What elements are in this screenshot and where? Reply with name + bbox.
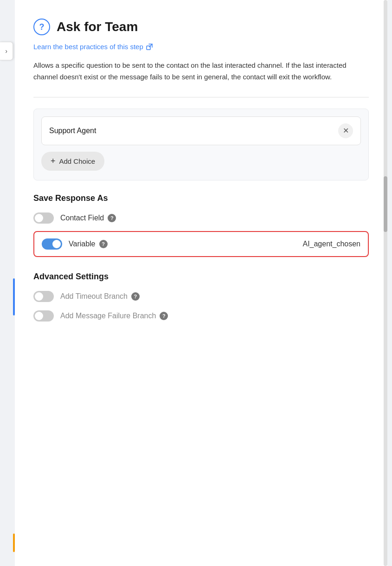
- description-text: Allows a specific question to be sent to…: [33, 60, 369, 83]
- save-response-section: Save Response As Contact Field ?: [33, 193, 369, 257]
- page-title: Ask for Team: [57, 19, 138, 34]
- message-failure-help-icon[interactable]: ?: [160, 312, 168, 320]
- learn-link[interactable]: Learn the best practices of this step: [33, 43, 369, 51]
- chevron-right-icon: ›: [5, 47, 7, 55]
- variable-row: Variable ? AI_agent_chosen: [33, 231, 369, 257]
- choice-item-label: Support Agent: [49, 127, 96, 135]
- contact-field-toggle[interactable]: [33, 212, 54, 224]
- scrollbar-track[interactable]: [384, 0, 387, 566]
- variable-slider: [42, 238, 62, 250]
- variable-label-text: Variable: [69, 240, 96, 248]
- external-link-icon: [146, 44, 153, 50]
- help-circle-text: ?: [39, 22, 45, 32]
- timeout-branch-row: Add Timeout Branch ?: [33, 291, 369, 302]
- save-response-title: Save Response As: [33, 193, 369, 203]
- divider: [33, 97, 369, 97]
- timeout-slider: [33, 291, 54, 302]
- variable-help-icon[interactable]: ?: [99, 240, 108, 248]
- variable-value: AI_agent_chosen: [302, 240, 360, 248]
- variable-toggle[interactable]: [42, 238, 62, 250]
- remove-choice-button[interactable]: ✕: [338, 123, 353, 138]
- add-choice-button[interactable]: + Add Choice: [41, 152, 104, 171]
- contact-field-help-icon[interactable]: ?: [108, 214, 116, 222]
- contact-field-label-text: Contact Field: [60, 214, 104, 222]
- message-failure-slider: [33, 310, 54, 322]
- help-circle-icon[interactable]: ?: [33, 19, 50, 35]
- choice-section: Support Agent ✕ + Add Choice: [33, 109, 369, 180]
- variable-label: Variable ?: [69, 240, 108, 248]
- close-icon: ✕: [343, 126, 349, 135]
- contact-field-label: Contact Field ?: [60, 214, 116, 222]
- choice-item: Support Agent ✕: [41, 116, 361, 145]
- contact-field-row: Contact Field ?: [33, 212, 369, 224]
- page-header: ? Ask for Team: [33, 19, 369, 35]
- add-choice-label: Add Choice: [59, 157, 96, 165]
- contact-field-slider: [33, 212, 54, 224]
- scrollbar-thumb[interactable]: [384, 176, 387, 232]
- learn-link-text: Learn the best practices of this step: [33, 43, 143, 51]
- message-failure-label: Add Message Failure Branch ?: [60, 312, 168, 320]
- sidebar-toggle-button[interactable]: ›: [0, 42, 13, 60]
- plus-icon: +: [51, 156, 56, 166]
- timeout-help-icon[interactable]: ?: [131, 292, 140, 301]
- advanced-settings-title: Advanced Settings: [33, 272, 369, 282]
- message-failure-toggle[interactable]: [33, 310, 54, 322]
- timeout-toggle[interactable]: [33, 291, 54, 302]
- advanced-settings-section: Advanced Settings Add Timeout Branch ?: [33, 272, 369, 322]
- timeout-label: Add Timeout Branch ?: [60, 292, 140, 301]
- timeout-label-text: Add Timeout Branch: [60, 292, 128, 301]
- main-panel: ? Ask for Team Learn the best practices …: [15, 0, 387, 566]
- message-failure-row: Add Message Failure Branch ?: [33, 310, 369, 322]
- message-failure-label-text: Add Message Failure Branch: [60, 312, 156, 320]
